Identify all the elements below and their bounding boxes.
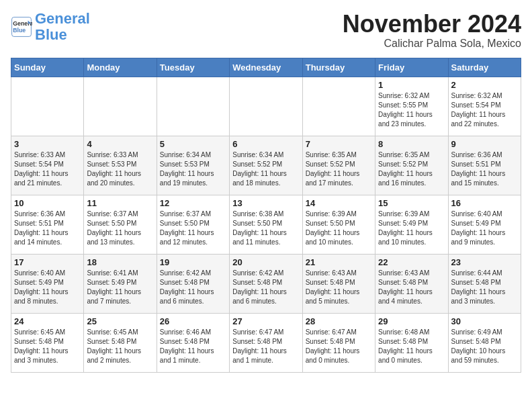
day-number: 1 xyxy=(378,80,445,90)
logo-text1: General xyxy=(35,10,90,27)
calendar-cell: 7Sunrise: 6:35 AM Sunset: 5:52 PM Daylig… xyxy=(302,136,375,195)
day-number: 11 xyxy=(87,198,153,208)
day-info: Sunrise: 6:49 AM Sunset: 5:48 PM Dayligh… xyxy=(451,328,518,365)
calendar-header: SundayMondayTuesdayWednesdayThursdayFrid… xyxy=(11,58,521,77)
day-info: Sunrise: 6:33 AM Sunset: 5:54 PM Dayligh… xyxy=(14,150,81,188)
day-number: 19 xyxy=(160,257,226,267)
calendar-cell: 25Sunrise: 6:45 AM Sunset: 5:48 PM Dayli… xyxy=(84,313,157,372)
day-number: 22 xyxy=(378,257,445,267)
calendar-title: November 2024 xyxy=(343,11,521,38)
day-number: 20 xyxy=(232,257,299,267)
calendar-cell: 28Sunrise: 6:47 AM Sunset: 5:48 PM Dayli… xyxy=(302,313,375,372)
day-number: 8 xyxy=(378,139,445,149)
day-number: 2 xyxy=(451,80,518,90)
day-number: 25 xyxy=(87,316,153,326)
calendar-cell: 5Sunrise: 6:34 AM Sunset: 5:53 PM Daylig… xyxy=(157,136,229,195)
page-header: General Blue General Blue November 2024 … xyxy=(11,11,521,50)
calendar-cell: 15Sunrise: 6:39 AM Sunset: 5:49 PM Dayli… xyxy=(375,195,448,254)
calendar-cell xyxy=(157,77,229,136)
day-info: Sunrise: 6:40 AM Sunset: 5:49 PM Dayligh… xyxy=(14,269,81,306)
calendar-cell: 1Sunrise: 6:32 AM Sunset: 5:55 PM Daylig… xyxy=(375,77,448,136)
calendar-cell xyxy=(84,77,157,136)
day-info: Sunrise: 6:35 AM Sunset: 5:52 PM Dayligh… xyxy=(306,150,372,188)
day-info: Sunrise: 6:33 AM Sunset: 5:53 PM Dayligh… xyxy=(87,150,153,188)
calendar-cell: 14Sunrise: 6:39 AM Sunset: 5:50 PM Dayli… xyxy=(302,195,375,254)
week-row-5: 24Sunrise: 6:45 AM Sunset: 5:48 PM Dayli… xyxy=(11,313,521,372)
calendar-cell: 2Sunrise: 6:32 AM Sunset: 5:54 PM Daylig… xyxy=(448,77,521,136)
day-info: Sunrise: 6:48 AM Sunset: 5:48 PM Dayligh… xyxy=(378,328,445,365)
day-info: Sunrise: 6:45 AM Sunset: 5:48 PM Dayligh… xyxy=(87,328,153,365)
week-row-3: 10Sunrise: 6:36 AM Sunset: 5:51 PM Dayli… xyxy=(11,195,521,254)
day-info: Sunrise: 6:38 AM Sunset: 5:50 PM Dayligh… xyxy=(232,210,299,247)
day-number: 18 xyxy=(87,257,153,267)
week-row-1: 1Sunrise: 6:32 AM Sunset: 5:55 PM Daylig… xyxy=(11,77,521,136)
day-info: Sunrise: 6:39 AM Sunset: 5:50 PM Dayligh… xyxy=(306,210,372,247)
svg-text:General: General xyxy=(13,21,32,28)
calendar-cell: 22Sunrise: 6:43 AM Sunset: 5:48 PM Dayli… xyxy=(375,254,448,313)
calendar-subtitle: Calichar Palma Sola, Mexico xyxy=(343,38,521,50)
day-info: Sunrise: 6:47 AM Sunset: 5:48 PM Dayligh… xyxy=(232,328,299,365)
calendar-cell: 30Sunrise: 6:49 AM Sunset: 5:48 PM Dayli… xyxy=(448,313,521,372)
day-info: Sunrise: 6:42 AM Sunset: 5:48 PM Dayligh… xyxy=(160,269,226,306)
day-info: Sunrise: 6:32 AM Sunset: 5:55 PM Dayligh… xyxy=(378,91,445,129)
calendar-cell: 10Sunrise: 6:36 AM Sunset: 5:51 PM Dayli… xyxy=(11,195,84,254)
calendar-cell: 9Sunrise: 6:36 AM Sunset: 5:51 PM Daylig… xyxy=(448,136,521,195)
logo-icon: General Blue xyxy=(11,16,32,38)
calendar-cell: 27Sunrise: 6:47 AM Sunset: 5:48 PM Dayli… xyxy=(230,313,302,372)
calendar-cell: 19Sunrise: 6:42 AM Sunset: 5:48 PM Dayli… xyxy=(157,254,229,313)
day-info: Sunrise: 6:47 AM Sunset: 5:48 PM Dayligh… xyxy=(306,328,372,365)
day-info: Sunrise: 6:37 AM Sunset: 5:50 PM Dayligh… xyxy=(160,210,226,247)
day-number: 4 xyxy=(87,139,153,149)
logo-text: General Blue xyxy=(35,11,90,43)
calendar-cell: 29Sunrise: 6:48 AM Sunset: 5:48 PM Dayli… xyxy=(375,313,448,372)
header-cell-tuesday: Tuesday xyxy=(157,58,229,77)
day-info: Sunrise: 6:32 AM Sunset: 5:54 PM Dayligh… xyxy=(451,91,518,129)
day-number: 27 xyxy=(232,316,299,326)
day-info: Sunrise: 6:36 AM Sunset: 5:51 PM Dayligh… xyxy=(14,210,81,247)
day-info: Sunrise: 6:34 AM Sunset: 5:53 PM Dayligh… xyxy=(160,150,226,188)
day-number: 12 xyxy=(160,198,226,208)
day-info: Sunrise: 6:43 AM Sunset: 5:48 PM Dayligh… xyxy=(378,269,445,306)
calendar-cell: 21Sunrise: 6:43 AM Sunset: 5:48 PM Dayli… xyxy=(302,254,375,313)
day-number: 14 xyxy=(306,198,372,208)
svg-text:Blue: Blue xyxy=(13,27,26,34)
header-cell-monday: Monday xyxy=(84,58,157,77)
calendar-cell: 26Sunrise: 6:46 AM Sunset: 5:48 PM Dayli… xyxy=(157,313,229,372)
day-number: 29 xyxy=(378,316,445,326)
day-number: 6 xyxy=(232,139,299,149)
day-number: 24 xyxy=(14,316,81,326)
week-row-4: 17Sunrise: 6:40 AM Sunset: 5:49 PM Dayli… xyxy=(11,254,521,313)
day-info: Sunrise: 6:40 AM Sunset: 5:49 PM Dayligh… xyxy=(451,210,518,247)
header-cell-thursday: Thursday xyxy=(302,58,375,77)
day-info: Sunrise: 6:36 AM Sunset: 5:51 PM Dayligh… xyxy=(451,150,518,188)
logo-text2: Blue xyxy=(35,26,67,43)
day-number: 30 xyxy=(451,316,518,326)
calendar-cell: 11Sunrise: 6:37 AM Sunset: 5:50 PM Dayli… xyxy=(84,195,157,254)
calendar-cell xyxy=(302,77,375,136)
day-number: 9 xyxy=(451,139,518,149)
header-cell-sunday: Sunday xyxy=(11,58,84,77)
day-number: 16 xyxy=(451,198,518,208)
calendar-cell: 24Sunrise: 6:45 AM Sunset: 5:48 PM Dayli… xyxy=(11,313,84,372)
calendar-cell xyxy=(11,77,84,136)
day-number: 21 xyxy=(306,257,372,267)
day-info: Sunrise: 6:45 AM Sunset: 5:48 PM Dayligh… xyxy=(14,328,81,365)
day-number: 13 xyxy=(232,198,299,208)
calendar-cell: 13Sunrise: 6:38 AM Sunset: 5:50 PM Dayli… xyxy=(230,195,302,254)
calendar-cell: 8Sunrise: 6:35 AM Sunset: 5:52 PM Daylig… xyxy=(375,136,448,195)
calendar-cell: 3Sunrise: 6:33 AM Sunset: 5:54 PM Daylig… xyxy=(11,136,84,195)
header-row: SundayMondayTuesdayWednesdayThursdayFrid… xyxy=(11,58,521,77)
week-row-2: 3Sunrise: 6:33 AM Sunset: 5:54 PM Daylig… xyxy=(11,136,521,195)
calendar-cell: 16Sunrise: 6:40 AM Sunset: 5:49 PM Dayli… xyxy=(448,195,521,254)
calendar-body: 1Sunrise: 6:32 AM Sunset: 5:55 PM Daylig… xyxy=(11,77,521,372)
header-cell-friday: Friday xyxy=(375,58,448,77)
day-info: Sunrise: 6:39 AM Sunset: 5:49 PM Dayligh… xyxy=(378,210,445,247)
day-number: 26 xyxy=(160,316,226,326)
day-number: 17 xyxy=(14,257,81,267)
day-info: Sunrise: 6:43 AM Sunset: 5:48 PM Dayligh… xyxy=(306,269,372,306)
day-number: 7 xyxy=(306,139,372,149)
day-number: 15 xyxy=(378,198,445,208)
day-number: 3 xyxy=(14,139,81,149)
day-number: 23 xyxy=(451,257,518,267)
day-info: Sunrise: 6:42 AM Sunset: 5:48 PM Dayligh… xyxy=(232,269,299,306)
